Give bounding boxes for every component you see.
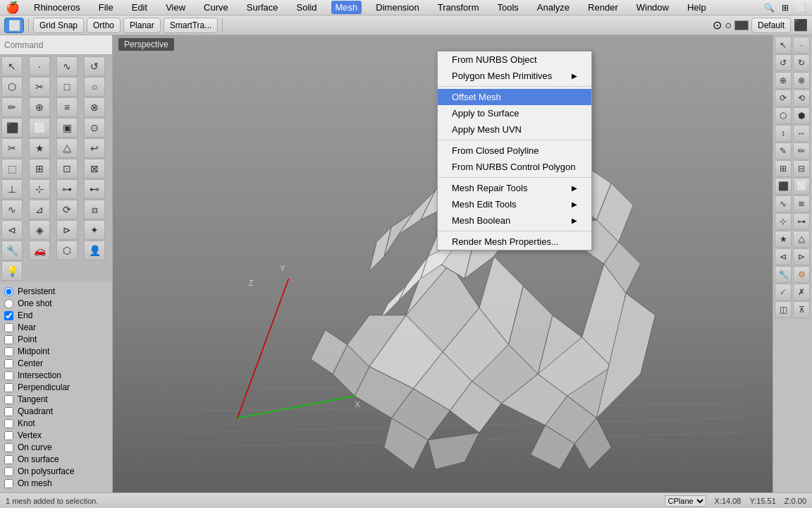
near-checkbox[interactable] bbox=[4, 323, 13, 332]
rt-grid-add[interactable]: ⊞ bbox=[775, 160, 792, 177]
onpolysurface-checkbox[interactable] bbox=[4, 467, 13, 476]
osnap-point[interactable]: Point bbox=[4, 334, 108, 344]
rt-wrench[interactable]: 🔧 bbox=[775, 266, 792, 283]
menu-help[interactable]: Help bbox=[683, 1, 710, 14]
cut-tool[interactable]: ✂ bbox=[1, 138, 23, 158]
osnap-center[interactable]: Center bbox=[4, 358, 108, 368]
curve-tool[interactable]: ∿ bbox=[56, 56, 78, 76]
tangent-checkbox[interactable] bbox=[4, 395, 13, 404]
rt-remove[interactable]: ⊗ bbox=[793, 72, 810, 89]
vertex-checkbox[interactable] bbox=[4, 431, 13, 440]
osnap-near[interactable]: Near bbox=[4, 322, 108, 332]
rotate-tool[interactable]: ↺ bbox=[84, 56, 105, 76]
dropdown-apply-surface[interactable]: Apply to Surface bbox=[438, 105, 591, 121]
dropdown-from-closed-polyline[interactable]: From Closed Polyline bbox=[438, 143, 591, 159]
rt-hex2[interactable]: ⬢ bbox=[793, 107, 810, 124]
menu-transform[interactable]: Transform bbox=[433, 1, 484, 14]
osnap-onmesh[interactable]: On mesh bbox=[4, 478, 108, 488]
osnap-perpendicular[interactable]: Perpendicular bbox=[4, 382, 108, 392]
persistent-option[interactable]: Persistent bbox=[4, 286, 108, 296]
perp-tool[interactable]: ⊥ bbox=[1, 179, 23, 199]
dropdown-offset-mesh[interactable]: Offset Mesh bbox=[438, 89, 591, 105]
osnap-intersection[interactable]: Intersection bbox=[4, 370, 108, 380]
rt-rotate-cw[interactable]: ↺ bbox=[775, 54, 792, 71]
dropdown-apply-uvn[interactable]: Apply Mesh UVN bbox=[438, 121, 591, 138]
smarttrack-button[interactable]: SmartTra... bbox=[164, 18, 219, 33]
menu-analyze[interactable]: Analyze bbox=[533, 1, 574, 14]
perpendicular-checkbox[interactable] bbox=[4, 383, 13, 392]
surface-tool[interactable]: ⬡ bbox=[1, 77, 23, 97]
dropdown-from-control-polygon[interactable]: From NURBS Control Polygon bbox=[438, 159, 591, 175]
menu-surface[interactable]: Surface bbox=[242, 1, 283, 14]
dot-grid[interactable]: ⊡ bbox=[56, 159, 78, 179]
dropdown-polygon-primitives[interactable]: Polygon Mesh Primitives ▶ bbox=[438, 68, 591, 84]
rt-grid-remove[interactable]: ⊟ bbox=[793, 160, 810, 177]
oneshot-radio[interactable] bbox=[4, 299, 13, 308]
grid-icon[interactable]: ⊞ bbox=[782, 3, 789, 13]
menu-render[interactable]: Render bbox=[584, 1, 622, 14]
fullscreen-icon[interactable]: ⬜ bbox=[796, 3, 806, 13]
rt-right-arrow[interactable]: ⊳ bbox=[793, 248, 810, 265]
menu-view[interactable]: View bbox=[161, 1, 190, 14]
rt-move-v[interactable]: ↕ bbox=[775, 125, 792, 142]
rt-link-tool[interactable]: ⊼ bbox=[793, 301, 810, 318]
ortho-button[interactable]: Ortho bbox=[87, 18, 121, 33]
car-tool[interactable]: 🚗 bbox=[29, 241, 50, 260]
person-tool[interactable]: 👤 bbox=[84, 241, 105, 260]
search-icon[interactable]: 🔍 bbox=[764, 3, 775, 13]
menu-curve[interactable]: Curve bbox=[199, 1, 233, 14]
target-icon[interactable]: ⊙ bbox=[713, 18, 722, 32]
select-tool[interactable]: ↖ bbox=[1, 56, 23, 76]
diamond-tool[interactable]: ◈ bbox=[29, 220, 50, 240]
solid-tool[interactable]: ⬛ bbox=[1, 118, 23, 138]
rt-cross[interactable]: ⊹ bbox=[775, 213, 792, 230]
wrench-tool[interactable]: 🔧 bbox=[1, 241, 23, 260]
menu-solid[interactable]: Solid bbox=[293, 1, 321, 14]
point-tool[interactable]: · bbox=[29, 56, 50, 76]
osnap-onsurface[interactable]: On surface bbox=[4, 454, 108, 464]
trim-tool[interactable]: ✂ bbox=[29, 77, 50, 97]
menu-window[interactable]: Window bbox=[632, 1, 673, 14]
dropdown-mesh-boolean[interactable]: Mesh Boolean ▶ bbox=[438, 212, 591, 229]
menu-file[interactable]: File bbox=[94, 1, 118, 14]
oncurve-checkbox[interactable] bbox=[4, 443, 13, 452]
onsurface-checkbox[interactable] bbox=[4, 455, 13, 464]
cplane-select[interactable]: CPlane bbox=[665, 495, 706, 507]
rt-orange-tool[interactable]: ⚙ bbox=[793, 266, 810, 283]
rt-lines[interactable]: ≋ bbox=[793, 195, 810, 212]
intersection-checkbox[interactable] bbox=[4, 371, 13, 380]
refresh-tool[interactable]: ⟳ bbox=[56, 200, 78, 219]
rt-select-arrow[interactable]: ↖ bbox=[775, 37, 792, 54]
dropdown-from-nurbs[interactable]: From NURBS Object bbox=[438, 52, 591, 68]
tri-tool[interactable]: ⊿ bbox=[29, 200, 50, 219]
cross-tool[interactable]: ⊹ bbox=[29, 179, 50, 199]
circle-icon[interactable]: ○ bbox=[725, 19, 732, 32]
rt-unfilled[interactable]: ⬜ bbox=[793, 178, 810, 195]
rt-refresh[interactable]: ⟳ bbox=[775, 90, 792, 107]
osnap-vertex[interactable]: Vertex bbox=[4, 430, 108, 440]
menu-dimension[interactable]: Dimension bbox=[371, 1, 423, 14]
oneshot-option[interactable]: One shot bbox=[4, 298, 108, 308]
osnap-onpolysurface[interactable]: On polysurface bbox=[4, 466, 108, 476]
rt-wave[interactable]: ∿ bbox=[775, 195, 792, 212]
star-tool[interactable]: ★ bbox=[29, 138, 50, 158]
plus-grid[interactable]: ⊞ bbox=[29, 159, 50, 179]
fillet-tool[interactable]: □ bbox=[56, 77, 78, 97]
pipe-tool[interactable]: ○ bbox=[84, 77, 105, 97]
rt-hex1[interactable]: ⬡ bbox=[775, 107, 792, 124]
osnap-oncurve[interactable]: On curve bbox=[4, 442, 108, 452]
default-button[interactable]: Default bbox=[751, 18, 791, 33]
dropdown-mesh-repair[interactable]: Mesh Repair Tools ▶ bbox=[438, 180, 591, 196]
box-tool[interactable]: ⧈ bbox=[84, 200, 105, 219]
rt-filled[interactable]: ⬛ bbox=[775, 178, 792, 195]
circle-tool[interactable]: ⊙ bbox=[84, 118, 105, 138]
dropdown-render-properties[interactable]: Render Mesh Properties... bbox=[438, 234, 591, 250]
rt-point-tool[interactable]: · bbox=[793, 37, 810, 54]
viewport-3d[interactable]: Perspective Z X Y bbox=[113, 35, 773, 492]
menu-edit[interactable]: Edit bbox=[128, 1, 152, 14]
midpoint-checkbox[interactable] bbox=[4, 347, 13, 356]
menu-tools[interactable]: Tools bbox=[493, 1, 522, 14]
rt-rotate-ccw[interactable]: ↻ bbox=[793, 54, 810, 71]
point-checkbox[interactable] bbox=[4, 335, 13, 344]
light-tool[interactable]: 💡 bbox=[1, 261, 23, 281]
